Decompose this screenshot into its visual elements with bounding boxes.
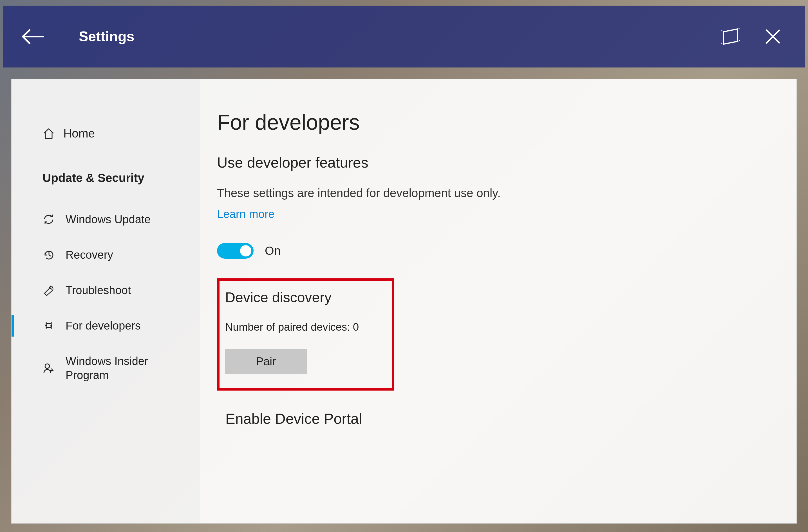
paired-devices-count: Number of paired devices: 0 bbox=[225, 321, 386, 333]
toggle-state-label: On bbox=[265, 244, 280, 258]
settings-window: Home Update & Security Windows Update Re… bbox=[11, 79, 797, 524]
dev-description: These settings are intended for developm… bbox=[217, 186, 771, 200]
sidebar-item-troubleshoot[interactable]: Troubleshoot bbox=[31, 272, 200, 308]
close-button[interactable] bbox=[757, 21, 788, 52]
sidebar-item-windows-update[interactable]: Windows Update bbox=[31, 202, 200, 237]
sidebar-item-label: Troubleshoot bbox=[66, 283, 200, 297]
wrench-icon bbox=[42, 284, 55, 297]
home-icon bbox=[42, 127, 55, 140]
learn-more-link[interactable]: Learn more bbox=[217, 208, 275, 221]
sidebar-item-label: Windows Insider Program bbox=[66, 354, 200, 382]
follow-me-icon bbox=[720, 28, 741, 45]
sidebar-item-windows-insider[interactable]: Windows Insider Program bbox=[31, 343, 200, 393]
close-icon bbox=[765, 29, 781, 44]
sidebar-item-label: Windows Update bbox=[66, 212, 200, 226]
sidebar-item-label: For developers bbox=[66, 319, 200, 332]
back-button[interactable] bbox=[20, 24, 45, 49]
toggle-knob bbox=[240, 245, 251, 256]
sidebar-section-label: Update & Security bbox=[31, 152, 200, 202]
sidebar-item-label: Recovery bbox=[66, 248, 200, 262]
content-area: For developers Use developer features Th… bbox=[200, 79, 796, 523]
use-dev-features-heading: Use developer features bbox=[217, 154, 771, 171]
sidebar-item-recovery[interactable]: Recovery bbox=[31, 237, 200, 272]
back-arrow-icon bbox=[21, 29, 43, 44]
window-title: Settings bbox=[79, 28, 134, 45]
history-icon bbox=[42, 249, 55, 261]
dev-features-toggle-row: On bbox=[217, 243, 771, 259]
follow-me-button[interactable] bbox=[715, 21, 746, 52]
svg-point-2 bbox=[45, 364, 50, 368]
device-discovery-heading: Device discovery bbox=[225, 289, 386, 306]
svg-point-1 bbox=[50, 325, 52, 327]
sidebar: Home Update & Security Windows Update Re… bbox=[12, 79, 200, 523]
pair-button[interactable]: Pair bbox=[225, 349, 307, 374]
enable-device-portal-heading: Enable Device Portal bbox=[225, 410, 771, 427]
dev-features-toggle[interactable] bbox=[217, 243, 254, 259]
titlebar: Settings bbox=[3, 6, 805, 68]
sidebar-home[interactable]: Home bbox=[31, 121, 200, 152]
sidebar-item-for-developers[interactable]: For developers bbox=[31, 308, 200, 343]
insider-icon bbox=[42, 362, 55, 374]
sync-icon bbox=[42, 213, 55, 226]
dev-icon bbox=[42, 319, 55, 332]
page-title: For developers bbox=[217, 110, 771, 134]
sidebar-home-label: Home bbox=[63, 127, 95, 140]
device-discovery-section: Device discovery Number of paired device… bbox=[217, 278, 394, 391]
svg-point-0 bbox=[45, 324, 47, 326]
